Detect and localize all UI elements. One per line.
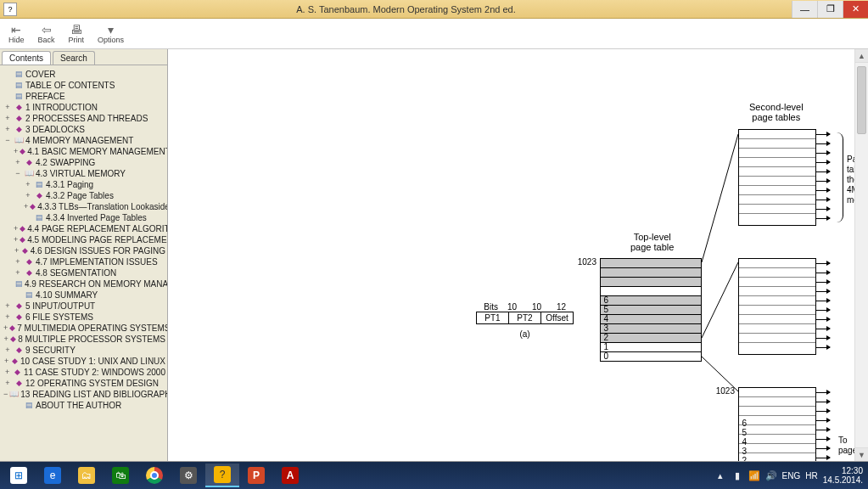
expand-icon[interactable]: +: [14, 234, 18, 245]
expand-icon[interactable]: +: [14, 245, 20, 256]
maximize-button[interactable]: ❐: [817, 1, 843, 18]
tab-search[interactable]: Search: [53, 51, 95, 65]
expand-icon[interactable]: +: [3, 356, 9, 367]
toc-item[interactable]: −📖4.3 VIRTUAL MEMORY: [3, 168, 165, 179]
scroll-up-icon[interactable]: ▲: [855, 49, 868, 63]
toc-label: 7 MULTIMEDIA OPERATING SYSTEMS: [17, 323, 167, 334]
scroll-down-icon[interactable]: ▼: [855, 447, 868, 461]
expand-icon[interactable]: −: [14, 168, 22, 179]
toc-label: 2 PROCESSES AND THREADS: [25, 113, 148, 124]
toc-item[interactable]: +◆10 CASE STUDY 1: UNIX AND LINUX: [3, 356, 165, 367]
toc-item[interactable]: ▤COVER: [3, 69, 165, 80]
toc-item[interactable]: ▤4.3.4 Inverted Page Tables: [3, 212, 165, 223]
tray-language[interactable]: ENG: [782, 471, 801, 481]
toc-item[interactable]: −📖4 MEMORY MANAGEMENT: [3, 135, 165, 146]
toc-item[interactable]: +◆4.4 PAGE REPLACEMENT ALGORITHMS: [3, 223, 165, 234]
chapter-icon: ◆: [20, 234, 25, 245]
expand-icon[interactable]: +: [14, 256, 22, 267]
explorer-button[interactable]: 🗂: [70, 464, 104, 487]
adobe-reader-button[interactable]: A: [273, 464, 307, 487]
toc-label: 4.3 VIRTUAL MEMORY: [36, 168, 126, 179]
expand-icon[interactable]: +: [3, 113, 12, 124]
expand-icon[interactable]: +: [3, 378, 12, 389]
settings-button[interactable]: ⚙: [171, 464, 205, 487]
toc-item[interactable]: +◆4.3.3 TLBs—Translation Lookaside Buffe…: [3, 201, 165, 212]
tray-network-icon[interactable]: 📶: [748, 469, 760, 481]
toc-item[interactable]: −📖13 READING LIST AND BIBLIOGRAPHY: [3, 389, 165, 400]
toc-item[interactable]: +◆12 OPERATING SYSTEM DESIGN: [3, 378, 165, 389]
toc-item[interactable]: +◆4.6 DESIGN ISSUES FOR PAGING: [3, 245, 165, 256]
toc-item[interactable]: +▤4.3.1 Paging: [3, 179, 165, 190]
chapter-icon: ◆: [14, 113, 24, 124]
minimize-button[interactable]: —: [792, 1, 817, 18]
tray-clock[interactable]: 12:30 14.5.2014.: [823, 466, 863, 485]
page-icon: ▤: [24, 289, 34, 301]
toc-item[interactable]: +◆4.1 BASIC MEMORY MANAGEMENT: [3, 146, 165, 157]
chapter-icon: ◆: [24, 157, 34, 168]
help-button[interactable]: ?: [205, 464, 239, 487]
expand-icon[interactable]: +: [3, 312, 12, 323]
toc-item[interactable]: +◆4.8 SEGMENTATION: [3, 267, 165, 278]
start-button[interactable]: ⊞: [2, 464, 36, 487]
tray-battery-icon[interactable]: ▮: [731, 469, 743, 481]
expand-icon[interactable]: +: [3, 334, 8, 345]
expand-icon[interactable]: +: [3, 367, 11, 378]
tray-volume-icon[interactable]: 🔊: [765, 469, 777, 481]
hide-button[interactable]: ⇤ Hide: [5, 22, 28, 46]
print-button[interactable]: 🖶 Print: [65, 22, 88, 46]
chrome-button[interactable]: [137, 464, 171, 487]
toc-label: 4.6 DESIGN ISSUES FOR PAGING: [31, 245, 165, 256]
store-button[interactable]: 🛍: [104, 464, 137, 487]
powerpoint-button[interactable]: P: [239, 464, 273, 487]
toc-item[interactable]: +◆4.5 MODELING PAGE REPLACEMENT: [3, 234, 165, 245]
expand-icon[interactable]: +: [3, 102, 12, 113]
back-button[interactable]: ⇦ Back: [35, 22, 59, 46]
toc-item[interactable]: +◆6 FILE SYSTEMS: [3, 312, 165, 323]
toc-item[interactable]: +◆3 DEADLOCKS: [3, 124, 165, 135]
expand-icon[interactable]: +: [14, 157, 22, 168]
expand-icon[interactable]: +: [3, 345, 12, 356]
toc-label: 4.3.1 Paging: [46, 179, 93, 190]
tray-chevron-icon[interactable]: ▴: [714, 469, 726, 481]
expand-icon[interactable]: +: [24, 201, 28, 212]
expand-icon[interactable]: −: [3, 389, 8, 400]
expand-icon[interactable]: +: [24, 179, 32, 190]
expand-icon[interactable]: +: [3, 323, 8, 334]
toc-item[interactable]: ▤PREFACE: [3, 91, 165, 102]
page-icon: ▤: [34, 212, 44, 223]
toc-item[interactable]: +◆4.2 SWAPPING: [3, 157, 165, 168]
main-area: Contents Search ▤COVER▤TABLE OF CONTENTS…: [0, 49, 868, 462]
expand-icon[interactable]: +: [3, 301, 12, 312]
toc-item[interactable]: ▤ABOUT THE AUTHOR: [3, 400, 165, 411]
page-icon: ▤: [24, 400, 34, 411]
toc-item[interactable]: +◆11 CASE STUDY 2: WINDOWS 2000: [3, 367, 165, 378]
vertical-scrollbar[interactable]: ▲ ▼: [854, 49, 868, 461]
toc-item[interactable]: +◆5 INPUT/OUTPUT: [3, 301, 165, 312]
toc-item[interactable]: ▤TABLE OF CONTENTS: [3, 80, 165, 91]
toc-item[interactable]: +◆4.3.2 Page Tables: [3, 190, 165, 201]
close-button[interactable]: ✕: [843, 1, 868, 18]
toc-item[interactable]: +◆1 INTRODUCTION: [3, 102, 165, 113]
expand-icon[interactable]: +: [14, 267, 22, 278]
expand-icon[interactable]: +: [14, 223, 18, 234]
expand-icon[interactable]: +: [14, 146, 18, 157]
toc-tree[interactable]: ▤COVER▤TABLE OF CONTENTS▤PREFACE+◆1 INTR…: [0, 65, 167, 461]
toc-item[interactable]: +◆8 MULTIPLE PROCESSOR SYSTEMS: [3, 334, 165, 345]
scroll-thumb[interactable]: [857, 66, 866, 134]
expand-icon[interactable]: +: [3, 124, 12, 135]
toc-item[interactable]: ▤4.9 RESEARCH ON MEMORY MANAGEMENT: [3, 278, 165, 289]
toc-item[interactable]: +◆7 MULTIMEDIA OPERATING SYSTEMS: [3, 323, 165, 334]
toc-item[interactable]: +◆4.7 IMPLEMENTATION ISSUES: [3, 256, 165, 267]
options-button[interactable]: ▾ Options: [94, 22, 127, 46]
folder-icon: 🗂: [78, 467, 95, 484]
toc-item[interactable]: +◆9 SECURITY: [3, 345, 165, 356]
toc-item[interactable]: +◆2 PROCESSES AND THREADS: [3, 113, 165, 124]
tray-keyboard[interactable]: HR: [805, 471, 817, 481]
tab-contents[interactable]: Contents: [2, 51, 51, 65]
toc-label: 4.4 PAGE REPLACEMENT ALGORITHMS: [27, 223, 167, 234]
toc-item[interactable]: ▤4.10 SUMMARY: [3, 289, 165, 301]
expand-icon[interactable]: −: [3, 135, 12, 146]
expand-icon[interactable]: +: [24, 190, 32, 201]
toc-label: 13 READING LIST AND BIBLIOGRAPHY: [20, 389, 167, 400]
ie-button[interactable]: e: [36, 464, 70, 487]
